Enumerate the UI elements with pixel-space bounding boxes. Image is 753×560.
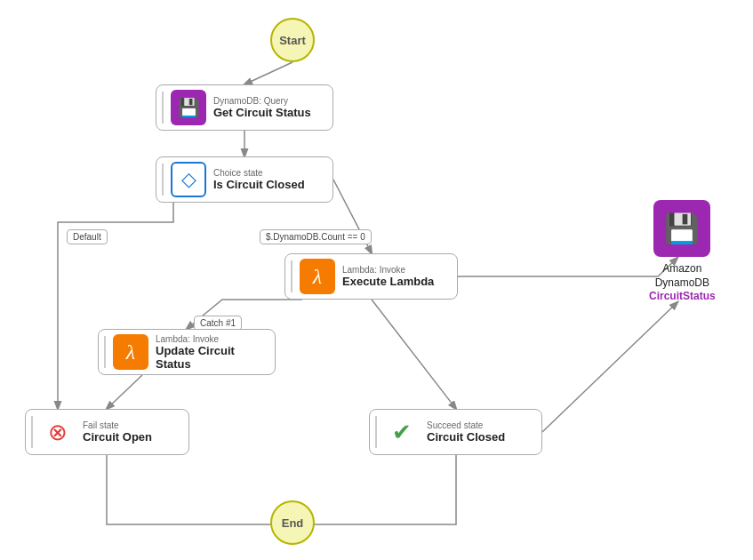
start-node: Start (270, 18, 315, 62)
update-circuit-text: Lambda: Invoke Update Circuit Status (156, 334, 264, 371)
dynamo-resource-label: AmazonDynamoDBCircuitStatus (649, 262, 716, 304)
circuit-closed-title: Circuit Closed (427, 430, 505, 444)
dynamo-query-node[interactable]: 💾 DynamoDB: Query Get Circuit Status (156, 84, 333, 131)
end-node: End (270, 500, 315, 545)
default-label: Default (67, 229, 108, 244)
node-separator (31, 416, 33, 448)
update-circuit-icon: λ (113, 334, 148, 370)
circuit-open-text: Fail state Circuit Open (83, 420, 152, 444)
node-separator (104, 336, 106, 368)
choice-state-icon: ◇ (171, 162, 206, 197)
circuit-closed-subtitle: Succeed state (427, 420, 505, 430)
dynamo-resource: 💾 AmazonDynamoDBCircuitStatus (649, 200, 716, 304)
update-circuit-subtitle: Lambda: Invoke (156, 334, 264, 344)
execute-lambda-icon: λ (300, 259, 335, 294)
choice-state-node[interactable]: ◇ Choice state Is Circuit Closed (156, 156, 333, 203)
dynamo-query-title: Get Circuit Status (213, 106, 311, 119)
svg-line-4 (107, 375, 142, 409)
circuit-closed-node[interactable]: ✔ Succeed state Circuit Closed (369, 409, 542, 455)
node-separator (291, 260, 292, 292)
start-label: Start (279, 34, 306, 47)
execute-lambda-text: Lambda: Invoke Execute Lambda (342, 265, 434, 288)
svg-line-3 (372, 300, 456, 409)
node-separator (162, 164, 164, 196)
choice-state-title: Is Circuit Closed (213, 178, 305, 191)
circuit-closed-text: Succeed state Circuit Closed (427, 420, 505, 444)
dynamo-resource-icon: 💾 (653, 200, 710, 257)
execute-lambda-node[interactable]: λ Lambda: Invoke Execute Lambda (284, 253, 458, 300)
circuit-open-icon: ⊗ (40, 414, 76, 450)
dynamo-query-icon: 💾 (171, 90, 206, 125)
workflow-canvas: Start 💾 DynamoDB: Query Get Circuit Stat… (0, 0, 753, 560)
circuit-open-node[interactable]: ⊗ Fail state Circuit Open (25, 409, 189, 455)
choice-state-subtitle: Choice state (213, 168, 305, 178)
choice-state-text: Choice state Is Circuit Closed (213, 168, 305, 191)
update-circuit-title: Update Circuit Status (156, 344, 264, 371)
condition-label: $.DynamoDB.Count == 0 (260, 229, 372, 244)
node-separator (375, 416, 377, 448)
execute-lambda-subtitle: Lambda: Invoke (342, 265, 434, 275)
dynamo-query-text: DynamoDB: Query Get Circuit Status (213, 96, 311, 119)
svg-line-0 (244, 62, 292, 84)
dynamo-query-subtitle: DynamoDB: Query (213, 96, 311, 106)
circuit-open-title: Circuit Open (83, 430, 152, 444)
execute-lambda-title: Execute Lambda (342, 275, 434, 288)
circuit-open-subtitle: Fail state (83, 420, 152, 430)
node-separator (162, 92, 164, 124)
end-label: End (282, 516, 304, 530)
update-circuit-node[interactable]: λ Lambda: Invoke Update Circuit Status (98, 329, 276, 375)
circuit-closed-icon: ✔ (384, 414, 420, 450)
